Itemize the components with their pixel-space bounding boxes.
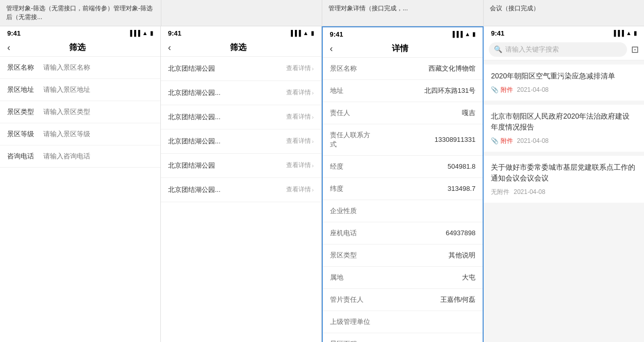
time-4: 9:41 [491,29,504,37]
back-button-2[interactable]: ‹ [168,42,171,53]
wifi-icon-1: ▲ [142,30,148,36]
detail-label: 管片责任人 [330,295,376,304]
list-item-link[interactable]: 查看详情 › [286,137,314,145]
time-2: 9:41 [168,29,181,37]
nav-title-2: 筛选 [175,42,302,53]
chevron-right-icon: › [312,90,314,96]
nav-title-3: 详情 [337,43,464,54]
input-phone[interactable] [43,152,153,160]
meeting-date: 2021-04-08 [514,188,545,196]
detail-field: 纬度 313498.7 [323,178,483,200]
list-item-name: 北京团结湖公园... [168,185,221,194]
chevron-right-icon: › [312,162,314,169]
chevron-right-icon: › [312,138,314,144]
detail-label: 景区名称 [330,64,376,73]
detail-value: 其他说明 [449,251,475,260]
list-container: 北京团结湖公园 查看详情 › 北京团结湖公园... 查看详情 › 北京团结湖公园… [161,57,321,342]
scan-icon[interactable]: ⊡ [631,44,639,55]
list-item-name: 北京团结湖公园 [168,64,215,73]
phone-filter-form: 9:41 ▐▐▐ ▲ ▮ ‹ 筛选 景区名称 景区地址 [0,26,160,342]
chevron-right-icon: › [312,66,314,72]
label-type: 景区类型 [7,107,43,117]
detail-label: 企业性质 [330,206,376,216]
meeting-title: 2020年朝阳区空气重污染应急减排清单 [491,71,637,82]
input-address[interactable] [43,86,153,93]
label-level: 景区等级 [7,129,43,139]
search-box[interactable]: 🔍 请输入关键字搜索 [489,42,627,57]
battery-icon-2: ▮ [311,30,314,37]
header-text-4: 会议（接口完成） [490,5,539,12]
wifi-icon-4: ▲ [626,30,632,36]
detail-label: 上级管理单位 [330,317,376,327]
meeting-item[interactable]: 北京市朝阳区人民政府2020年法治政府建设年度情况报告 📎 附件 2021-04… [484,105,644,152]
detail-value: 嘎吉 [462,108,475,118]
battery-icon-3: ▮ [472,31,475,38]
panel-detail: 9:41 ▐▐▐ ▲ ▮ ‹ 详情 景区名称 西藏文化博物馆 地址 北四环东路1… [322,26,484,342]
list-item-link[interactable]: 查看详情 › [286,185,314,194]
list-item-name: 北京团结湖公园... [168,112,221,122]
list-item-link[interactable]: 查看详情 › [286,88,314,97]
time-3: 9:41 [330,30,343,38]
search-icon: 🔍 [494,45,502,53]
field-level: 景区等级 [0,123,160,145]
list-item-name: 北京团结湖公园... [168,137,221,146]
panel-filter-list: 9:41 ▐▐▐ ▲ ▮ ‹ 筛选 北京团结湖公园 查看详情 › 北京团结湖公园… [161,26,322,342]
nav-bar-3: ‹ 详情 [323,40,483,58]
signal-icon-4: ▐▐▐ [612,30,624,36]
meeting-item[interactable]: 2020年朝阳区空气重污染应急减排清单 📎 附件 2021-04-08 [484,64,644,101]
detail-label: 地址 [330,86,376,95]
signal-icon-3: ▐▐▐ [451,31,463,37]
meeting-item[interactable]: 关于做好市委常委城市基层党建联系点工作的通知会议会议会议 无附件 2021-04… [484,156,644,203]
detail-field: 景区名称 西藏文化博物馆 [323,58,483,80]
list-item[interactable]: 北京团结湖公园... 查看详情 › [161,129,321,154]
signal-icon-2: ▐▐▐ [289,30,301,36]
detail-value: 大屯 [462,273,475,282]
meeting-date: 2021-04-08 [517,86,549,93]
signal-icon-1: ▐▐▐ [128,30,140,36]
detail-field: 地址 北四环东路131号 [323,80,483,102]
panel-meeting: 9:41 ▐▐▐ ▲ ▮ 🔍 请输入关键字搜索 ⊡ 2020年朝阳区空气重污染应… [484,26,644,342]
detail-value: 西藏文化博物馆 [428,64,475,73]
status-icons-4: ▐▐▐ ▲ ▮ [612,30,637,37]
meeting-meta: 无附件 2021-04-08 [491,188,637,197]
panel-filter-form: 9:41 ▐▐▐ ▲ ▮ ‹ 筛选 景区名称 景区地址 [0,26,161,342]
nav-title-1: 筛选 [14,42,141,53]
list-item[interactable]: 北京团结湖公园 查看详情 › [161,154,321,178]
detail-field: 责任人联系方式 13308911331 [323,124,483,156]
list-item-link[interactable]: 查看详情 › [286,112,314,121]
list-item[interactable]: 北京团结湖公园... 查看详情 › [161,81,321,105]
list-item-link[interactable]: 查看详情 › [286,161,314,170]
status-icons-1: ▐▐▐ ▲ ▮ [128,30,153,37]
list-item-link[interactable]: 查看详情 › [286,64,314,73]
back-button-1[interactable]: ‹ [7,42,10,53]
status-bar-2: 9:41 ▐▐▐ ▲ ▮ [161,26,321,39]
detail-field: 景区面积 [323,333,483,342]
list-item[interactable]: 北京团结湖公园... 查看详情 › [161,105,321,129]
time-1: 9:41 [7,29,21,37]
input-level[interactable] [43,130,153,138]
input-name[interactable] [43,63,153,71]
detail-value: 13308911331 [435,136,476,143]
list-item-name: 北京团结湖公园 [168,161,215,170]
status-icons-2: ▐▐▐ ▲ ▮ [289,30,313,37]
detail-label: 属地 [330,273,376,282]
chevron-right-icon: › [312,187,314,193]
status-bar-3: 9:41 ▐▐▐ ▲ ▮ [323,27,483,40]
field-type: 景区类型 [0,101,160,123]
meeting-title: 关于做好市委常委城市基层党建联系点工作的通知会议会议会议 [491,162,637,184]
attach-icon: 📎 附件 [491,137,513,145]
input-type[interactable] [43,108,153,116]
search-nav-bar: 🔍 请输入关键字搜索 ⊡ [484,39,644,60]
meeting-title: 北京市朝阳区人民政府2020年法治政府建设年度情况报告 [491,111,637,133]
field-address: 景区地址 [0,79,160,101]
list-item[interactable]: 北京团结湖公园 查看详情 › [161,57,321,81]
detail-field: 座机电话 64937898 [323,222,483,245]
battery-icon-4: ▮ [634,30,637,37]
header-cell-2 [161,0,323,26]
list-item[interactable]: 北京团结湖公园... 查看详情 › [161,178,321,202]
detail-label: 景区面积 [330,339,376,342]
back-button-3[interactable]: ‹ [330,43,333,54]
meeting-list: 2020年朝阳区空气重污染应急减排清单 📎 附件 2021-04-08 北京市朝… [484,60,644,342]
detail-label: 纬度 [330,184,376,193]
nav-bar-2: ‹ 筛选 [161,39,321,57]
